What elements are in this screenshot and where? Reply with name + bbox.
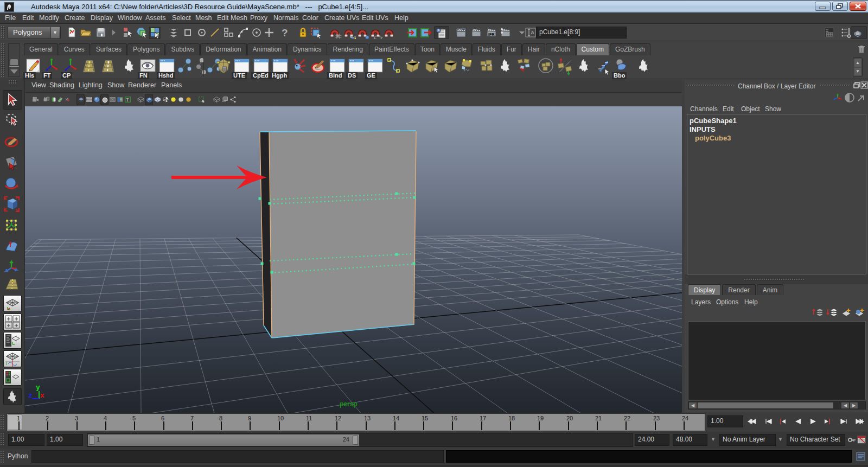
svg-text:IPR: IPR [488, 33, 495, 36]
svg-text:T: T [126, 98, 129, 103]
svg-text:z: z [28, 392, 33, 400]
svg-text:a: a [531, 30, 534, 35]
svg-text:persp: persp [340, 400, 358, 408]
svg-text:x: x [40, 392, 44, 400]
svg-text:y: y [36, 383, 40, 392]
svg-text:?: ? [282, 27, 288, 39]
